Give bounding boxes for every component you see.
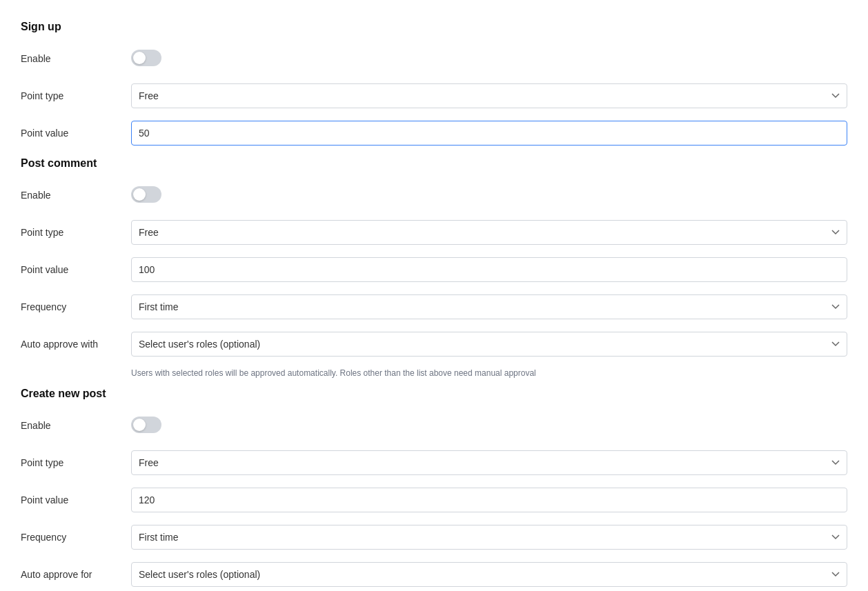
post-point-value-control xyxy=(131,488,847,512)
comment-point-type-select[interactable]: Free Fixed Variable xyxy=(131,220,847,245)
post-enable-control xyxy=(131,417,847,435)
signup-point-value-input[interactable] xyxy=(131,121,847,146)
comment-enable-label: Enable xyxy=(21,190,131,201)
comment-point-type-label: Point type xyxy=(21,227,131,238)
comment-auto-approve-label: Auto approve with xyxy=(21,339,131,350)
create-new-post-title: Create new post xyxy=(21,388,847,400)
post-frequency-select[interactable]: First time Every time Daily xyxy=(131,525,847,550)
post-point-value-input[interactable] xyxy=(131,488,847,512)
post-point-type-control: Free Fixed Variable xyxy=(131,450,847,475)
create-new-post-section: Create new post Enable Point type Free F… xyxy=(21,388,847,591)
signup-point-value-control xyxy=(131,121,847,146)
comment-point-type-control: Free Fixed Variable xyxy=(131,220,847,245)
comment-point-type-row: Point type Free Fixed Variable xyxy=(21,219,847,246)
signup-point-type-label: Point type xyxy=(21,90,131,101)
signup-point-value-label: Point value xyxy=(21,128,131,139)
signup-enable-control xyxy=(131,50,847,68)
comment-auto-approve-row: Auto approve with Select user's roles (o… xyxy=(21,331,847,357)
post-auto-approve-label: Auto approve for xyxy=(21,569,131,580)
sign-up-section: Sign up Enable Point type Free Fixed Var… xyxy=(21,21,847,146)
comment-frequency-label: Frequency xyxy=(21,301,131,312)
post-frequency-control: First time Every time Daily xyxy=(131,525,847,550)
comment-enable-control xyxy=(131,186,847,205)
comment-auto-approve-control: Select user's roles (optional) Admin Edi… xyxy=(131,332,847,357)
post-point-value-label: Point value xyxy=(21,494,131,505)
comment-enable-row: Enable xyxy=(21,182,847,208)
comment-point-value-control xyxy=(131,257,847,282)
signup-point-type-row: Point type Free Fixed Variable xyxy=(21,83,847,109)
post-frequency-row: Frequency First time Every time Daily xyxy=(21,524,847,550)
comment-point-value-input[interactable] xyxy=(131,257,847,282)
signup-point-type-control: Free Fixed Variable xyxy=(131,83,847,108)
comment-enable-toggle[interactable] xyxy=(131,186,161,203)
post-auto-approve-select[interactable]: Select user's roles (optional) Admin Edi… xyxy=(131,562,847,587)
sign-up-title: Sign up xyxy=(21,21,847,33)
comment-frequency-select[interactable]: First time Every time Daily xyxy=(131,294,847,319)
comment-frequency-row: Frequency First time Every time Daily xyxy=(21,294,847,320)
post-auto-approve-control: Select user's roles (optional) Admin Edi… xyxy=(131,562,847,587)
post-point-type-label: Point type xyxy=(21,457,131,468)
signup-enable-label: Enable xyxy=(21,53,131,64)
comment-helper-text: Users with selected roles will be approv… xyxy=(131,368,847,378)
post-auto-approve-row: Auto approve for Select user's roles (op… xyxy=(21,561,847,588)
signup-point-type-select[interactable]: Free Fixed Variable xyxy=(131,83,847,108)
post-comment-title: Post comment xyxy=(21,157,847,170)
comment-point-value-label: Point value xyxy=(21,264,131,275)
comment-point-value-row: Point value xyxy=(21,257,847,283)
post-point-type-select[interactable]: Free Fixed Variable xyxy=(131,450,847,475)
post-point-type-row: Point type Free Fixed Variable xyxy=(21,450,847,476)
post-comment-section: Post comment Enable Point type Free Fixe… xyxy=(21,157,847,378)
post-enable-toggle[interactable] xyxy=(131,417,161,433)
post-enable-label: Enable xyxy=(21,420,131,431)
signup-enable-toggle[interactable] xyxy=(131,50,161,66)
post-enable-row: Enable xyxy=(21,412,847,439)
signup-enable-row: Enable xyxy=(21,46,847,72)
post-point-value-row: Point value xyxy=(21,487,847,513)
comment-frequency-control: First time Every time Daily xyxy=(131,294,847,319)
signup-point-value-row: Point value xyxy=(21,120,847,146)
post-frequency-label: Frequency xyxy=(21,532,131,543)
comment-auto-approve-select[interactable]: Select user's roles (optional) Admin Edi… xyxy=(131,332,847,357)
